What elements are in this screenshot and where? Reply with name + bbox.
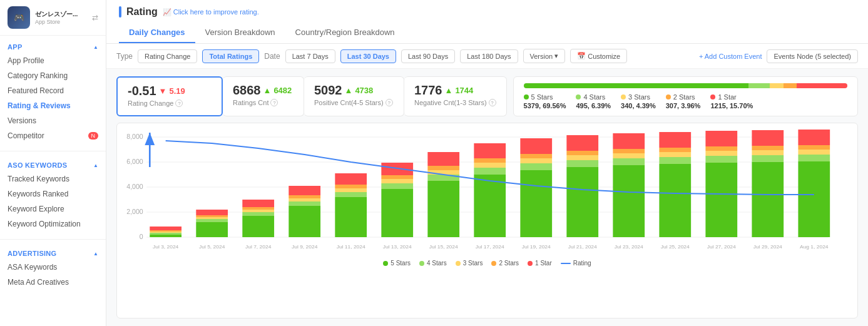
settings-icon[interactable]: ⇄ xyxy=(92,13,98,22)
rating-item-3stars: 3 Stars 340, 4.39% xyxy=(621,93,656,110)
add-custom-event-btn[interactable]: + Add Custom Event xyxy=(699,53,762,60)
sidebar-item-featured-record[interactable]: Featured Record xyxy=(0,83,106,98)
tabs-row: Daily Changes Version Breakdown Country/… xyxy=(119,23,855,43)
bar10-4stars xyxy=(566,160,598,167)
bar14-4stars xyxy=(752,155,784,162)
last-90-days-btn[interactable]: Last 90 Days xyxy=(401,49,455,63)
customize-label: Customize xyxy=(588,53,620,60)
legend-2stars-dot xyxy=(491,261,496,266)
bar7-2stars xyxy=(427,166,459,170)
bar10-1star xyxy=(566,135,598,151)
bar-group-12 xyxy=(659,132,691,237)
improve-rating-link[interactable]: 📈 Click here to improve rating. xyxy=(163,8,259,16)
sidebar-item-rating-reviews[interactable]: Rating & Reviews xyxy=(0,98,106,113)
bar-group-14 xyxy=(752,130,784,237)
sidebar: 🎮 ゼンレスゾー... App Store ⇄ APP ▲ App Profil… xyxy=(0,0,106,326)
last-7-days-btn[interactable]: Last 7 Days xyxy=(285,49,335,63)
bar13-2stars xyxy=(705,146,737,151)
bar-group-8 xyxy=(474,143,506,237)
bar13-3stars xyxy=(705,151,737,156)
bar4-2stars xyxy=(288,195,320,198)
stat-card-positive-cnt: 5092 ▲ 4738 Positive Cnt(4-5 Stars) ? xyxy=(304,76,404,116)
1star-display: 1215, 15.70% xyxy=(710,102,753,110)
aso-section-arrow: ▲ xyxy=(93,163,98,168)
x-label-12: Jul 25, 2024 xyxy=(661,244,690,250)
negative-cnt-info-icon[interactable]: ? xyxy=(489,99,496,106)
legend-1star-dot xyxy=(528,261,533,266)
bar12-4stars xyxy=(659,157,691,164)
x-label-7: Jul 15, 2024 xyxy=(429,244,458,250)
bar9-2stars xyxy=(520,154,552,158)
sidebar-item-versions[interactable]: Versions xyxy=(0,113,106,128)
2stars-display: 307, 3.96% xyxy=(666,102,701,110)
version-btn[interactable]: Version ▾ xyxy=(523,49,566,63)
ratings-cnt-value: 6868 ▲ 6482 xyxy=(233,83,294,98)
sidebar-item-keyword-explore[interactable]: Keyword Explore xyxy=(0,201,106,216)
sidebar-item-app-profile[interactable]: App Profile xyxy=(0,53,106,68)
legend-3stars: 3 Stars xyxy=(456,260,483,267)
customize-btn[interactable]: 📅 Customize xyxy=(570,49,627,63)
1star-label: 1 Star xyxy=(718,93,736,101)
legend-2stars-label: 2 Stars xyxy=(499,260,519,267)
bar-group-3 xyxy=(242,200,274,237)
ratings-cnt-info-icon[interactable]: ? xyxy=(270,99,278,106)
bar14-5stars xyxy=(752,162,784,237)
bar-group-10 xyxy=(566,135,598,237)
x-label-15: Aug 1, 2024 xyxy=(800,244,829,250)
events-node-btn[interactable]: Events Node (5 selected) xyxy=(767,49,858,63)
sidebar-item-category-ranking[interactable]: Category Ranking xyxy=(0,68,106,83)
rating-item-2stars: 2 Stars 307, 3.96% xyxy=(666,93,701,110)
bar8-5stars xyxy=(474,175,506,237)
last-180-days-btn[interactable]: Last 180 Days xyxy=(460,49,518,63)
bar10-3stars xyxy=(566,155,598,160)
date-label: Date xyxy=(264,52,280,61)
bar5-1star xyxy=(335,173,367,185)
chart-legend: 5 Stars 4 Stars 3 Stars 2 Stars xyxy=(123,257,851,269)
bar13-1star xyxy=(705,131,737,146)
sidebar-divider-1 xyxy=(0,151,106,151)
ratings-cnt-number: 6868 xyxy=(233,83,261,98)
tab-country-breakdown[interactable]: Country/Region Breakdown xyxy=(285,23,405,43)
rating-change-info-icon[interactable]: ? xyxy=(175,99,183,107)
last-30-days-btn[interactable]: Last 30 Days xyxy=(340,49,396,63)
sidebar-item-keyword-optimization[interactable]: Keyword Optimization xyxy=(0,216,106,232)
3stars-dot xyxy=(621,94,626,99)
rating-change-btn[interactable]: Rating Change xyxy=(138,49,197,63)
page-title-row: Rating 📈 Click here to improve rating. xyxy=(119,6,855,18)
bar1-4stars xyxy=(150,233,181,235)
x-label-13: Jul 27, 2024 xyxy=(707,244,736,250)
x-label-3: Jul 7, 2024 xyxy=(245,244,272,250)
bar10-2stars xyxy=(566,151,598,155)
sidebar-item-meta-ad-creatives[interactable]: Meta Ad Creatives xyxy=(0,275,106,290)
stat-card-ratings-cnt: 6868 ▲ 6482 Ratings Cnt ? xyxy=(223,76,304,116)
sidebar-item-asa-keywords-label: ASA Keywords xyxy=(8,263,57,272)
negative-cnt-up-icon: ▲ xyxy=(445,86,453,95)
sidebar-item-category-ranking-label: Category Ranking xyxy=(8,71,68,80)
tab-version-breakdown[interactable]: Version Breakdown xyxy=(195,23,285,43)
ratings-cnt-label-text: Ratings Cnt xyxy=(233,99,268,106)
positive-cnt-info-icon[interactable]: ? xyxy=(385,99,393,106)
sidebar-item-keywords-ranked[interactable]: Keywords Ranked xyxy=(0,186,106,201)
calendar-icon: 📅 xyxy=(577,52,586,60)
tab-daily-changes[interactable]: Daily Changes xyxy=(119,23,195,43)
bar-group-1 xyxy=(150,227,181,237)
bar9-5stars xyxy=(520,170,552,237)
sidebar-advertising-section: Advertising ▲ ASA Keywords Meta Ad Creat… xyxy=(0,242,106,295)
rating-change-label: Rating Change ? xyxy=(128,99,212,107)
bar11-5stars xyxy=(613,165,645,237)
bar12-3stars xyxy=(659,152,691,157)
rating-item-4stars: 4 Stars 495, 6.39% xyxy=(576,93,611,110)
app-section-label: APP xyxy=(8,43,23,51)
sidebar-item-competitor[interactable]: Competitor N xyxy=(0,128,106,143)
x-label-1: Jul 3, 2024 xyxy=(153,244,179,250)
sidebar-item-tracked-keywords[interactable]: Tracked Keywords xyxy=(0,171,106,186)
bar-group-4 xyxy=(288,186,320,237)
bar12-2stars xyxy=(659,148,691,152)
bar-1star xyxy=(797,83,847,88)
positive-cnt-delta: 4738 xyxy=(355,86,373,95)
sidebar-item-asa-keywords[interactable]: ASA Keywords xyxy=(0,260,106,275)
positive-cnt-value: 5092 ▲ 4738 xyxy=(314,83,394,98)
bar3-5stars xyxy=(242,216,274,237)
total-ratings-btn[interactable]: Total Ratings xyxy=(202,49,259,63)
4stars-dot xyxy=(576,94,581,99)
